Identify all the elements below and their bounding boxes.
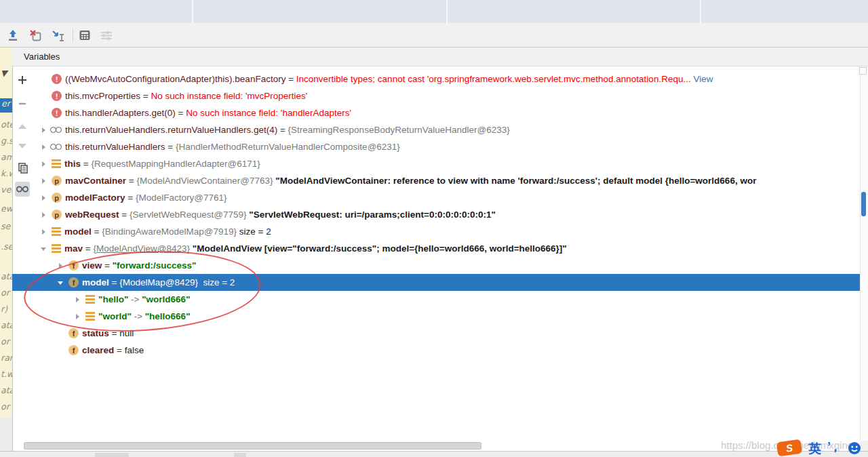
row-text-segment: size = 2 <box>203 277 235 287</box>
vertical-scrollbar-thumb[interactable] <box>861 192 866 216</box>
bottom-strip-stub <box>234 453 246 457</box>
sogou-logo-icon[interactable]: S <box>776 439 803 457</box>
error-icon: ! <box>52 74 62 84</box>
top-band-separator <box>700 0 701 23</box>
view-link[interactable]: View <box>693 74 713 84</box>
row-text-segment: modelFactory <box>65 193 125 203</box>
row-text-segment: mavContainer <box>65 176 126 186</box>
variable-row[interactable]: "world" -> "hello666" <box>12 308 860 325</box>
row-text-segment: "ModelAndViewContainer: reference to vie… <box>275 176 756 186</box>
variable-row[interactable]: this.returnValueHandlers.returnValueHand… <box>12 121 860 138</box>
run-to-cursor-button[interactable] <box>51 28 66 43</box>
chevron-right-icon[interactable] <box>38 143 50 151</box>
variable-row[interactable]: "hello" -> "world666" <box>12 291 860 308</box>
ime-emoji-icon[interactable] <box>848 441 861 457</box>
row-text-segment: = <box>119 210 130 220</box>
variable-row[interactable]: fmodel = {ModelMap@8429} size = 2 <box>12 274 860 291</box>
editor-text-fragment: or <box>1 336 9 346</box>
variable-row[interactable]: mav = {ModelAndView@8423} "ModelAndView … <box>12 240 860 257</box>
variable-row[interactable]: pwebRequest = {ServletWebRequest@7759} "… <box>12 206 860 223</box>
row-text-segment: "world666" <box>142 294 190 304</box>
row-text-segment: null <box>119 328 134 338</box>
chevron-right-icon[interactable] <box>38 177 50 185</box>
row-text-segment: = <box>140 91 151 101</box>
top-band-separator <box>192 0 193 23</box>
variable-row[interactable]: fview = "forward:/success" <box>12 257 860 274</box>
chevron-down-icon[interactable] <box>38 245 50 253</box>
drop-frame-button[interactable] <box>28 28 43 43</box>
editor-text-fragment: or <box>1 401 9 412</box>
row-text-segment: false <box>125 345 144 355</box>
editor-text-fragment: .se <box>1 241 12 252</box>
row-text-segment: "world" <box>98 311 132 321</box>
variable-row[interactable]: this = {RequestMappingHandlerAdapter@617… <box>12 155 860 172</box>
row-text-segment: webRequest <box>65 210 119 220</box>
editor-text-fragment: se <box>1 221 10 231</box>
editor-text-fragment: ata <box>1 271 12 281</box>
chevron-right-icon[interactable] <box>72 296 84 304</box>
variable-row[interactable]: !this.mvcProperties = No such instance f… <box>12 87 860 104</box>
row-text-segment: = <box>102 260 112 271</box>
chevron-right-icon[interactable] <box>38 194 50 202</box>
debugger-variables-window: Variables er▼oteg.samk.wvelewse.seataorr… <box>0 0 868 457</box>
row-text-segment: this.mvcProperties <box>65 91 140 101</box>
vertical-scrollbar-track[interactable] <box>860 66 868 441</box>
row-text-segment: = <box>125 193 136 203</box>
variable-row[interactable]: !this.handlerAdapters.get(0) = No such i… <box>12 104 860 121</box>
editor-highlight-fragment: er <box>0 98 12 113</box>
row-text-segment: = <box>176 108 186 118</box>
row-text-segment: = <box>92 226 102 237</box>
tab-variables[interactable]: Variables <box>24 52 60 62</box>
row-text-segment: "ServletWebRequest: uri=/params;client=0… <box>249 210 496 220</box>
bottom-strip <box>0 452 868 457</box>
chevron-spacer <box>38 92 50 100</box>
value-icon <box>85 312 95 321</box>
evaluate-expression-button[interactable] <box>77 28 92 43</box>
chevron-right-icon[interactable] <box>38 160 50 168</box>
ime-punctuation-indicator[interactable]: ’， <box>827 439 840 455</box>
variable-row[interactable]: fcleared = false <box>12 342 860 359</box>
row-text-segment: = <box>114 345 124 355</box>
row-text-segment: this.returnValueHandlers <box>65 142 165 152</box>
row-text-segment: this <box>64 159 81 169</box>
run-to-cursor-icon <box>51 28 66 43</box>
row-text-segment: {ModelAndViewContainer@7763} <box>136 176 275 186</box>
chevron-right-icon[interactable] <box>38 211 50 219</box>
chevron-spacer <box>55 346 67 355</box>
chevron-right-icon[interactable] <box>72 313 84 321</box>
horizontal-scrollbar-thumb[interactable] <box>24 442 481 450</box>
field-icon: f <box>68 277 79 287</box>
step-out-button[interactable] <box>5 28 20 43</box>
variables-tab-bar: Variables <box>0 47 868 66</box>
chevron-right-icon[interactable] <box>38 228 50 236</box>
row-text-segment: -> <box>132 311 145 321</box>
top-band-separator <box>446 0 448 23</box>
chevron-down-icon[interactable] <box>55 279 67 287</box>
editor-text-fragment: ote <box>1 119 12 130</box>
row-text-segment: {ServletWebRequest@7759} <box>130 210 249 220</box>
variable-row[interactable]: fstatus = null <box>12 325 860 342</box>
variable-row[interactable]: pmavContainer = {ModelAndViewContainer@7… <box>12 172 860 189</box>
filter-disabled-icon <box>100 28 113 42</box>
variable-row[interactable]: model = {BindingAwareModelMap@7919} size… <box>12 223 860 240</box>
value-icon <box>52 244 61 253</box>
row-text-segment: No such instance field: 'handlerAdapters… <box>186 108 351 118</box>
row-text-segment: = <box>81 159 91 169</box>
row-text-segment: = <box>109 277 119 287</box>
row-text-segment: No such instance field: 'mvcProperties' <box>151 91 307 101</box>
variable-row[interactable]: !((WebMvcAutoConfigurationAdapter)this).… <box>12 71 860 87</box>
editor-text-fragment: ▼ <box>1 68 7 78</box>
variable-row[interactable]: this.returnValueHandlers = {HandlerMetho… <box>12 138 860 155</box>
filter-disabled-button[interactable] <box>99 28 114 43</box>
chevron-right-icon[interactable] <box>38 126 50 134</box>
row-text-segment: view <box>82 260 102 271</box>
background-editor-strip: er▼oteg.samk.wvelewse.seataorr)ataorrart… <box>0 47 12 417</box>
variable-row[interactable]: pmodelFactory = {ModelFactory@7761} <box>12 189 860 206</box>
row-text-segment: model <box>64 226 92 237</box>
value-icon <box>52 159 61 168</box>
chevron-right-icon[interactable] <box>55 262 67 270</box>
row-text-segment: "hello666" <box>145 311 191 321</box>
row-text-segment: = <box>277 125 288 135</box>
row-text-segment: model <box>82 277 109 287</box>
ime-language-indicator[interactable]: 英 <box>808 440 821 457</box>
